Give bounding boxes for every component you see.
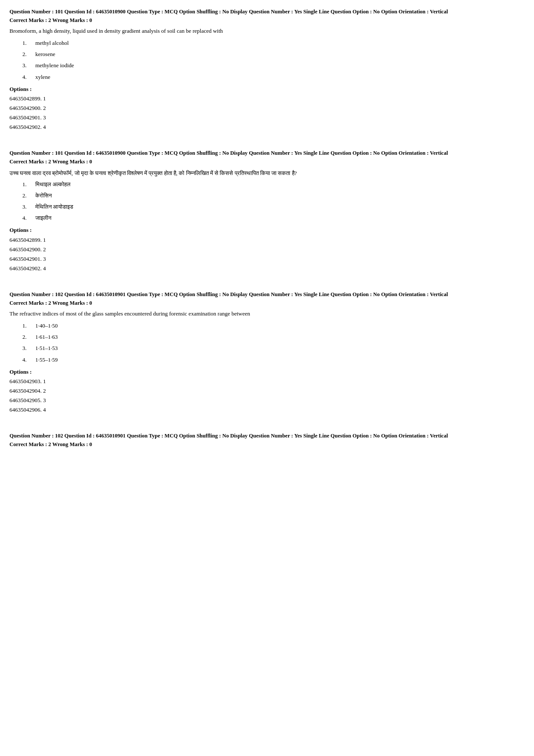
list-item: 1. methyl alcohol: [22, 39, 525, 47]
question-header-101-en: Question Number : 101 Question Id : 6463…: [9, 8, 525, 16]
option-text: मिथाइल अल्कोहल: [35, 181, 71, 188]
option-id: 64635042905. 3: [9, 396, 525, 405]
list-item: 4. 1·55–1·59: [22, 356, 525, 364]
question-block-101-hi: Question Number : 101 Question Id : 6463…: [9, 149, 525, 273]
option-id: 64635042902. 4: [9, 122, 525, 132]
option-text: 1·40–1·50: [35, 322, 58, 330]
list-item: 1. 1·40–1·50: [22, 322, 525, 330]
question-header-102-en: Question Number : 102 Question Id : 6463…: [9, 291, 525, 299]
marks-101-hi: Correct Marks : 2 Wrong Marks : 0: [9, 158, 525, 166]
list-item: 4. जाइलीन: [22, 214, 525, 222]
option-num: 3.: [22, 344, 31, 352]
marks-102-hi: Correct Marks : 2 Wrong Marks : 0: [9, 441, 525, 449]
option-ids-101-hi: 64635042899. 1 64635042900. 2 6463504290…: [9, 235, 525, 273]
option-id: 64635042900. 2: [9, 103, 525, 113]
question-text-102-en: The refractive indices of most of the gl…: [9, 309, 525, 319]
option-text: xylene: [35, 73, 50, 81]
option-ids-102-en: 64635042903. 1 64635042904. 2 6463504290…: [9, 377, 525, 415]
option-num: 2.: [22, 333, 31, 341]
list-item: 2. kerosene: [22, 50, 525, 58]
marks-102-en: Correct Marks : 2 Wrong Marks : 0: [9, 300, 525, 307]
list-item: 3. methylene iodide: [22, 62, 525, 69]
list-item: 2. 1·61–1·63: [22, 333, 525, 341]
option-text: methyl alcohol: [35, 39, 69, 47]
list-item: 3. मेथिलिन आयोडाइड: [22, 203, 525, 211]
option-text: 1·51–1·53: [35, 344, 58, 352]
option-text: मेथिलिन आयोडाइड: [35, 203, 73, 211]
list-item: 1. मिथाइल अल्कोहल: [22, 181, 525, 188]
option-id: 64635042902. 4: [9, 264, 525, 273]
option-num: 3.: [22, 62, 31, 69]
option-text: 1·61–1·63: [35, 333, 58, 341]
divider: [9, 424, 525, 432]
option-text: केरोसिन: [35, 192, 52, 200]
question-block-101-en: Question Number : 101 Question Id : 6463…: [9, 8, 525, 132]
option-id: 64635042901. 3: [9, 254, 525, 264]
divider: [9, 141, 525, 149]
options-label-102-en: Options :: [9, 368, 525, 376]
options-list-101-en: 1. methyl alcohol 2. kerosene 3. methyle…: [22, 39, 525, 81]
question-header-101-hi: Question Number : 101 Question Id : 6463…: [9, 149, 525, 157]
option-num: 4.: [22, 73, 31, 81]
option-num: 1.: [22, 181, 31, 188]
options-label-101-hi: Options :: [9, 226, 525, 234]
option-id: 64635042904. 2: [9, 386, 525, 396]
option-text: 1·55–1·59: [35, 356, 58, 364]
option-num: 2.: [22, 50, 31, 58]
option-num: 3.: [22, 203, 31, 211]
question-block-102-en: Question Number : 102 Question Id : 6463…: [9, 291, 525, 415]
option-num: 1.: [22, 322, 31, 330]
options-label-101-en: Options :: [9, 85, 525, 93]
option-id: 64635042899. 1: [9, 94, 525, 103]
list-item: 4. xylene: [22, 73, 525, 81]
options-list-101-hi: 1. मिथाइल अल्कोहल 2. केरोसिन 3. मेथिलिन …: [22, 181, 525, 222]
option-num: 4.: [22, 356, 31, 364]
question-header-102-hi: Question Number : 102 Question Id : 6463…: [9, 432, 525, 440]
option-num: 1.: [22, 39, 31, 47]
option-text: kerosene: [35, 50, 55, 58]
option-id: 64635042903. 1: [9, 377, 525, 386]
divider: [9, 283, 525, 291]
option-ids-101-en: 64635042899. 1 64635042900. 2 6463504290…: [9, 94, 525, 132]
option-id: 64635042901. 3: [9, 113, 525, 122]
option-num: 4.: [22, 214, 31, 222]
question-text-101-en: Bromoform, a high density, liquid used i…: [9, 27, 525, 36]
marks-101-en: Correct Marks : 2 Wrong Marks : 0: [9, 17, 525, 25]
option-text: methylene iodide: [35, 62, 74, 69]
option-num: 2.: [22, 192, 31, 200]
option-id: 64635042899. 1: [9, 235, 525, 245]
options-list-102-en: 1. 1·40–1·50 2. 1·61–1·63 3. 1·51–1·53 4…: [22, 322, 525, 364]
option-text: जाइलीन: [35, 214, 51, 222]
option-id: 64635042900. 2: [9, 245, 525, 254]
question-block-102-hi: Question Number : 102 Question Id : 6463…: [9, 432, 525, 448]
list-item: 3. 1·51–1·53: [22, 344, 525, 352]
question-text-101-hi: उच्च घनत्व वाला द्रव ब्रोमोफॉर्म, जो मृद…: [9, 169, 525, 178]
option-id: 64635042906. 4: [9, 405, 525, 415]
list-item: 2. केरोसिन: [22, 192, 525, 200]
